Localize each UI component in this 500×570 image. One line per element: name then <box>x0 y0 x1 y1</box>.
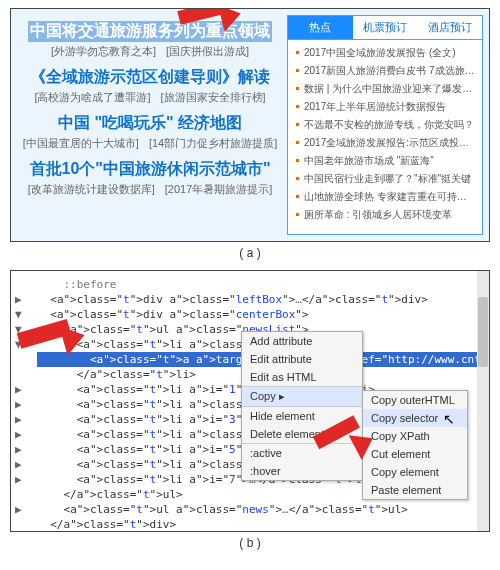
cursor-icon: ↖ <box>443 411 455 427</box>
scrollbar-thumb[interactable] <box>478 297 488 367</box>
headline-sub[interactable]: [14部门力促乡村旅游提质] <box>149 136 277 151</box>
menu-item[interactable]: Add attribute <box>242 332 362 350</box>
headline-sub[interactable]: [改革旅游统计建设数据库] <box>28 182 155 197</box>
panel-b: ::before▶ <a">class="t">div a">class="le… <box>10 270 490 532</box>
sidebar-list-item[interactable]: 中国老年旅游市场成 "新蓝海" <box>294 152 476 170</box>
headline[interactable]: 首批10个"中国旅游休闲示范城市" <box>17 159 283 180</box>
submenu-item[interactable]: Paste element <box>363 481 467 499</box>
sidebar-list-item[interactable]: 不选最不安检的旅游专线，你觉安吗？ <box>294 116 476 134</box>
annotation-arrow-b2 <box>316 436 362 450</box>
sidebar-tab[interactable]: 热点 <box>288 16 353 39</box>
dom-node[interactable]: ▼ <a">class="t">div a">class="centerBox"… <box>37 307 489 322</box>
headline-sub[interactable]: [中国最宜居的十大城市] <box>23 136 139 151</box>
headline-sub[interactable]: [2017年暑期旅游提示] <box>165 182 273 197</box>
caption-b: ( b ) <box>0 536 500 550</box>
sidebar-tab[interactable]: 机票预订 <box>353 16 418 39</box>
headline[interactable]: 《全域旅游示范区创建导则》解读 <box>17 67 283 88</box>
sidebar-list-item[interactable]: 山地旅游全球热 专家建言重在可持续发展 <box>294 188 476 206</box>
context-menu[interactable]: Add attributeEdit attributeEdit as HTMLC… <box>241 331 363 481</box>
headline-subs: [改革旅游统计建设数据库][2017年暑期旅游提示] <box>17 182 283 197</box>
sidebar-tab[interactable]: 酒店预订 <box>417 16 482 39</box>
devtools-screenshot: ::before▶ <a">class="t">div a">class="le… <box>11 271 489 531</box>
annotation-arrow-a <box>179 11 229 25</box>
menu-item[interactable]: Edit as HTML <box>242 368 362 386</box>
annotation-arrow-b1 <box>19 333 71 349</box>
scrollbar[interactable] <box>477 271 489 531</box>
sidebar-list-item[interactable]: 中国民宿行业走到哪了？"标准"挺关键 <box>294 170 476 188</box>
headline-sub[interactable]: [高校游为啥成了遭罪游] <box>34 90 150 105</box>
headline[interactable]: 中国 "吃喝玩乐" 经济地图 <box>17 113 283 134</box>
copy-submenu[interactable]: Copy outerHTMLCopy selectorCopy XPathCut… <box>362 390 468 500</box>
headline-text[interactable]: 中国 "吃喝玩乐" 经济地图 <box>58 113 242 134</box>
dom-node[interactable]: </a">class="t">div> <box>37 517 489 531</box>
dom-node[interactable]: ▶ <a">class="t">ul a">class="news">…</a"… <box>37 502 489 517</box>
sidebar-list: 2017中国全域旅游发展报告 (全文)2017新国人旅游消费白皮书 7成选旅游减… <box>288 40 482 228</box>
headline-text[interactable]: 首批10个"中国旅游休闲示范城市" <box>30 159 271 180</box>
sidebar-list-item[interactable]: 2017年上半年居游统计数据报告 <box>294 98 476 116</box>
sidebar-list-item[interactable]: 2017全域旅游发展报告:示范区成投资风口 <box>294 134 476 152</box>
webpage-screenshot: 中国将交通旅游服务列为重点领域[外游学勿忘教育之本][国庆拼假出游成]《全域旅游… <box>11 9 489 241</box>
sidebar-list-item[interactable]: 2017中国全域旅游发展报告 (全文) <box>294 44 476 62</box>
headlines-column: 中国将交通旅游服务列为重点领域[外游学勿忘教育之本][国庆拼假出游成]《全域旅游… <box>17 15 283 235</box>
caption-a: ( a ) <box>0 246 500 260</box>
submenu-item[interactable]: Copy XPath <box>363 427 467 445</box>
headline-subs: [中国最宜居的十大城市][14部门力促乡村旅游提质] <box>17 136 283 151</box>
submenu-item[interactable]: Copy outerHTML <box>363 391 467 409</box>
headline-sub[interactable]: [国庆拼假出游成] <box>166 44 249 59</box>
menu-item[interactable]: Copy ▸ <box>242 387 362 406</box>
menu-item[interactable]: Edit attribute <box>242 350 362 368</box>
panel-a: 中国将交通旅游服务列为重点领域[外游学勿忘教育之本][国庆拼假出游成]《全域旅游… <box>10 8 490 242</box>
submenu-item[interactable]: Cut element <box>363 445 467 463</box>
headline-text[interactable]: 《全域旅游示范区创建导则》解读 <box>30 67 270 88</box>
dom-node[interactable]: ::before <box>37 277 489 292</box>
sidebar-list-item[interactable]: 2017新国人旅游消费白皮书 7成选旅游减压 <box>294 62 476 80</box>
sidebar: 热点机票预订酒店预订 2017中国全域旅游发展报告 (全文)2017新国人旅游消… <box>287 15 483 235</box>
headline-subs: [高校游为啥成了遭罪游][旅游国家安全排行榜] <box>17 90 283 105</box>
sidebar-list-item[interactable]: 厕所革命 : 引领城乡人居环境变革 <box>294 206 476 224</box>
submenu-item[interactable]: Copy element <box>363 463 467 481</box>
headline-sub[interactable]: [旅游国家安全排行榜] <box>161 90 266 105</box>
headline-sub[interactable]: [外游学勿忘教育之本] <box>51 44 156 59</box>
headline-subs: [外游学勿忘教育之本][国庆拼假出游成] <box>17 44 283 59</box>
dom-node[interactable]: ▶ <a">class="t">div a">class="leftBox">…… <box>37 292 489 307</box>
menu-item[interactable]: :hover <box>242 462 362 480</box>
sidebar-list-item[interactable]: 数据 | 为什么中国旅游业迎来了爆发？原因是 <box>294 80 476 98</box>
sidebar-tabs: 热点机票预订酒店预订 <box>288 16 482 40</box>
